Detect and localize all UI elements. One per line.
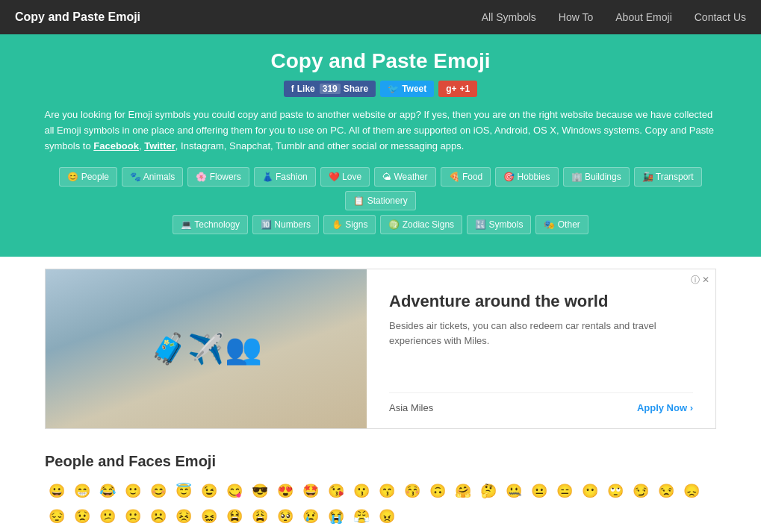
emoji-item[interactable]: 😂 — [96, 479, 119, 503]
twitter-tweet-button[interactable]: 🐦 Tweet — [380, 81, 434, 97]
category-stationery[interactable]: 📋 Stationery — [345, 191, 415, 210]
ad-cta-button[interactable]: Apply Now › — [637, 402, 693, 413]
facebook-like-button[interactable]: f Like 319 Share — [284, 81, 376, 97]
category-transport[interactable]: 🚂 Transport — [634, 167, 702, 187]
category-flowers[interactable]: 🌸 Flowers — [187, 167, 249, 187]
category-food[interactable]: 🍕 Food — [441, 167, 491, 187]
site-header: Copy and Paste Emoji All Symbols How To … — [0, 0, 761, 34]
emoji-item[interactable]: 🤐 — [502, 479, 526, 503]
ad-image-placeholder: 🧳✈️👥 — [46, 269, 367, 428]
emoji-item[interactable]: 🤩 — [299, 479, 323, 503]
emoji-item[interactable]: 😕 — [96, 504, 119, 528]
emoji-item[interactable]: 😀 — [45, 479, 69, 503]
ad-brand: Asia Miles — [389, 402, 433, 413]
nav-about-emoji[interactable]: About Emoji — [615, 11, 671, 23]
category-technology[interactable]: 💻 Technology — [173, 215, 248, 234]
emoji-item[interactable]: 😘 — [324, 479, 348, 503]
emoji-item[interactable]: 😶 — [578, 479, 602, 503]
emoji-item[interactable]: 😚 — [400, 479, 424, 503]
facebook-link[interactable]: Facebook — [93, 140, 139, 151]
emoji-grid-row1: 😀😁😂🙂😊😇😉😋😎😍🤩😘😗😙😚🙃🤗🤔🤐😐😑😶🙄😏😒😞😔😟😕🙁☹️😣😖😫😩🥺😢😭😤… — [45, 479, 716, 528]
category-buildings[interactable]: 🏢 Buildings — [563, 167, 630, 187]
emoji-item[interactable]: 😣 — [172, 504, 196, 528]
category-numbers[interactable]: 🔟 Numbers — [252, 215, 319, 234]
emoji-item[interactable]: 🙂 — [121, 479, 145, 503]
emoji-item[interactable]: ☹️ — [146, 504, 170, 528]
social-buttons-bar: f Like 319 Share 🐦 Tweet g+ +1 — [30, 81, 731, 97]
emoji-item[interactable]: 😁 — [70, 479, 94, 503]
category-animals[interactable]: 🐾 Animals — [122, 167, 183, 187]
emoji-item[interactable]: 😒 — [654, 479, 678, 503]
ad-image: 🧳✈️👥 — [46, 269, 367, 428]
emoji-item[interactable]: 😍 — [273, 479, 297, 503]
category-love[interactable]: ❤️ Love — [320, 167, 370, 187]
emoji-item[interactable]: 😞 — [680, 479, 703, 503]
advertisement: ⓘ ✕ 🧳✈️👥 Adventure around the world Besi… — [45, 269, 716, 429]
emoji-item[interactable]: 🙁 — [121, 504, 145, 528]
emoji-item[interactable]: 😤 — [350, 504, 373, 528]
category-fashion[interactable]: 👗 Fashion — [254, 167, 316, 187]
emoji-item[interactable]: 😐 — [527, 479, 551, 503]
ad-footer: Asia Miles Apply Now › — [389, 392, 693, 413]
emoji-item[interactable]: 😙 — [375, 479, 399, 503]
ad-close-button[interactable]: ⓘ ✕ — [691, 274, 709, 287]
nav-how-to[interactable]: How To — [559, 11, 593, 23]
category-people[interactable]: 😊 People — [59, 167, 117, 187]
twitter-icon: 🐦 — [388, 84, 399, 94]
emoji-item[interactable]: 😟 — [70, 504, 94, 528]
nav-contact-us[interactable]: Contact Us — [695, 11, 746, 23]
category-signs[interactable]: ✋ Signs — [323, 215, 376, 234]
emoji-item[interactable]: 😉 — [197, 479, 221, 503]
twitter-link[interactable]: Twitter — [144, 140, 176, 151]
category-bar-row2: 💻 Technology 🔟 Numbers ✋ Signs ♍ Zodiac … — [30, 215, 731, 234]
ad-title: Adventure around the world — [389, 292, 693, 311]
emoji-item[interactable]: 🥺 — [273, 504, 297, 528]
hero-section: Copy and Paste Emoji f Like 319 Share 🐦 … — [0, 34, 761, 257]
category-zodiac[interactable]: ♍ Zodiac Signs — [380, 215, 462, 234]
emoji-item[interactable]: 😗 — [350, 479, 373, 503]
category-weather[interactable]: 🌤 Weather — [374, 167, 435, 187]
emoji-item[interactable]: 😋 — [223, 479, 246, 503]
emoji-item[interactable]: 😊 — [146, 479, 170, 503]
hero-description: Are you looking for Emoji symbols you co… — [45, 107, 717, 154]
main-nav: All Symbols How To About Emoji Contact U… — [482, 11, 746, 23]
emoji-item[interactable]: 😇 — [172, 479, 196, 503]
category-hobbies[interactable]: 🎯 Hobbies — [495, 167, 558, 187]
emoji-item[interactable]: 😑 — [553, 479, 577, 503]
emoji-item[interactable]: 😠 — [375, 504, 399, 528]
emoji-item[interactable]: 😔 — [45, 504, 69, 528]
ad-description: Besides air tickets, you can also redeem… — [389, 319, 693, 348]
emoji-item[interactable]: 🙄 — [603, 479, 627, 503]
emoji-item[interactable]: 😫 — [223, 504, 246, 528]
category-other[interactable]: 🎭 Other — [535, 215, 588, 234]
emoji-item[interactable]: 😖 — [197, 504, 221, 528]
fb-icon: f — [291, 84, 294, 94]
emoji-item[interactable]: 😎 — [248, 479, 272, 503]
emoji-section-title: People and Faces Emoji — [45, 453, 716, 470]
emoji-item[interactable]: 😏 — [629, 479, 653, 503]
nav-all-symbols[interactable]: All Symbols — [482, 11, 536, 23]
emoji-item[interactable]: 😭 — [324, 504, 348, 528]
google-plus-button[interactable]: g+ +1 — [438, 81, 477, 97]
emoji-item[interactable]: 🤗 — [451, 479, 475, 503]
emoji-item[interactable]: 😩 — [248, 504, 272, 528]
category-symbols[interactable]: 🔣 Symbols — [467, 215, 531, 234]
emoji-item[interactable]: 🤔 — [476, 479, 500, 503]
hero-title: Copy and Paste Emoji — [30, 49, 731, 73]
emoji-item[interactable]: 😢 — [299, 504, 323, 528]
emoji-section: People and Faces Emoji 😀😁😂🙂😊😇😉😋😎😍🤩😘😗😙😚🙃🤗… — [0, 441, 761, 532]
emoji-item[interactable]: 🙃 — [426, 479, 450, 503]
category-bar-row1: 😊 People 🐾 Animals 🌸 Flowers 👗 Fashion ❤… — [30, 167, 731, 210]
ad-content: Adventure around the world Besides air t… — [367, 269, 715, 428]
site-logo[interactable]: Copy and Paste Emoji — [15, 10, 140, 24]
